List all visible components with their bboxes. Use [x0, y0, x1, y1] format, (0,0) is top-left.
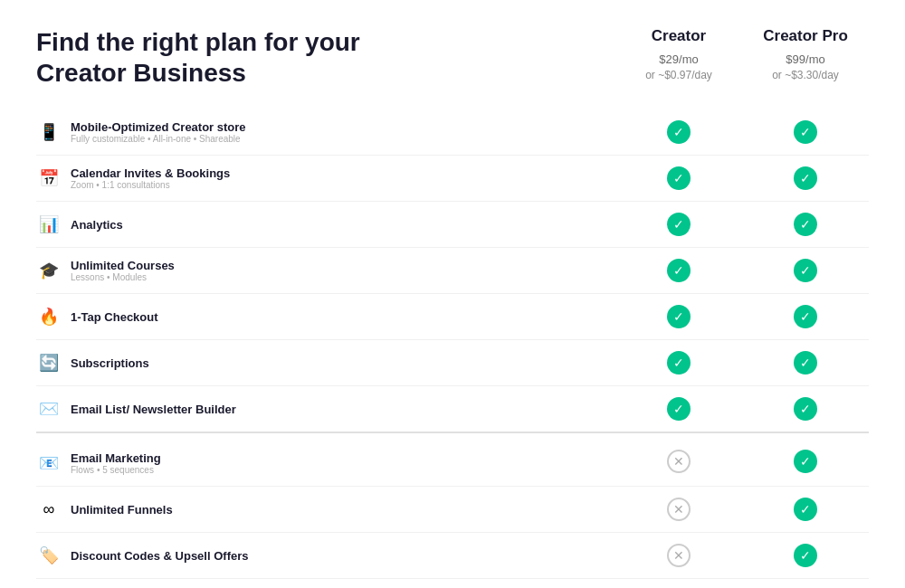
check-green-icon: ✓ — [794, 120, 817, 144]
feature-row-3: 🎓Unlimited CoursesLessons • Modules — [36, 248, 615, 294]
pro-check-5: ✓ — [742, 340, 869, 386]
check-green-icon: ✓ — [794, 544, 817, 567]
feature-name-6: Email List/ Newsletter Builder — [71, 403, 236, 416]
features-table: 📱Mobile-Optimized Creator storeFully cus… — [36, 109, 869, 588]
page-wrapper: Find the right plan for your Creator Bus… — [0, 0, 905, 588]
creator-check-7: ✕ — [615, 432, 742, 487]
creator-check-6: ✓ — [615, 386, 742, 433]
pro-plan-price: $99/mo — [742, 45, 869, 69]
creator-check-1: ✓ — [615, 156, 742, 202]
check-green-icon: ✓ — [667, 120, 691, 144]
feature-row-0: 📱Mobile-Optimized Creator storeFully cus… — [36, 109, 615, 156]
creator-plan-price: $29/mo — [615, 45, 742, 69]
check-green-icon: ✓ — [667, 351, 691, 375]
feature-sub-0: Fully customizable • All-in-one • Sharea… — [71, 134, 246, 144]
header-row: Find the right plan for your Creator Bus… — [36, 27, 869, 88]
feature-name-3: Unlimited Courses — [71, 259, 175, 272]
check-green-icon: ✓ — [794, 498, 817, 521]
feature-row-9: 🏷️Discount Codes & Upsell Offers — [36, 533, 615, 579]
creator-check-10: ✕ — [615, 579, 742, 588]
feature-name-2: Analytics — [71, 218, 123, 232]
feature-icon-5: 🔄 — [36, 350, 62, 375]
feature-name-1: Calendar Invites & Bookings — [71, 166, 230, 180]
check-green-icon: ✓ — [667, 397, 691, 421]
check-green-icon: ✓ — [794, 397, 817, 421]
check-green-icon: ✓ — [794, 351, 817, 375]
feature-icon-7: 📧 — [36, 450, 62, 476]
feature-row-10: 💳Offer Payment Plans — [36, 579, 615, 588]
creator-check-3: ✓ — [615, 248, 742, 294]
page-title: Find the right plan for your Creator Bus… — [36, 27, 425, 88]
feature-name-5: Subscriptions — [71, 356, 149, 370]
feature-name-9: Discount Codes & Upsell Offers — [71, 549, 248, 563]
pro-check-1: ✓ — [742, 156, 869, 202]
feature-sub-7: Flows • 5 sequences — [71, 465, 161, 475]
pro-check-8: ✓ — [742, 487, 869, 533]
pro-check-10: ✓ — [742, 579, 869, 588]
creator-check-5: ✓ — [615, 340, 742, 386]
feature-row-6: ✉️Email List/ Newsletter Builder — [36, 386, 615, 433]
feature-icon-6: ✉️ — [36, 396, 62, 422]
check-x-icon: ✕ — [667, 498, 691, 521]
feature-name-8: Unlimited Funnels — [71, 503, 173, 517]
pro-check-3: ✓ — [742, 248, 869, 294]
creator-check-2: ✓ — [615, 202, 742, 248]
creator-plan-day: or ~$0.97/day — [615, 69, 742, 81]
plans-header: Creator $29/mo or ~$0.97/day Creator Pro… — [615, 27, 869, 81]
feature-row-5: 🔄Subscriptions — [36, 340, 615, 386]
feature-icon-1: 📅 — [36, 166, 62, 191]
feature-name-0: Mobile-Optimized Creator store — [71, 120, 246, 134]
check-green-icon: ✓ — [794, 213, 817, 236]
check-green-icon: ✓ — [794, 450, 817, 473]
pro-check-2: ✓ — [742, 202, 869, 248]
check-green-icon: ✓ — [794, 259, 817, 282]
feature-sub-3: Lessons • Modules — [71, 272, 175, 282]
pro-plan-name: Creator Pro — [742, 27, 869, 45]
feature-row-1: 📅Calendar Invites & BookingsZoom • 1:1 c… — [36, 156, 615, 202]
check-green-icon: ✓ — [667, 166, 691, 190]
check-green-icon: ✓ — [667, 305, 691, 328]
feature-icon-0: 📱 — [36, 119, 62, 145]
pro-check-0: ✓ — [742, 109, 869, 156]
creator-check-9: ✕ — [615, 533, 742, 579]
feature-row-7: 📧Email MarketingFlows • 5 sequences — [36, 432, 615, 487]
feature-icon-9: 🏷️ — [36, 543, 62, 568]
pro-plan-day: or ~$3.30/day — [742, 69, 869, 81]
pro-plan-header: Creator Pro $99/mo or ~$3.30/day — [742, 27, 869, 81]
creator-plan-name: Creator — [615, 27, 742, 45]
feature-icon-4: 🔥 — [36, 304, 62, 329]
pro-check-9: ✓ — [742, 533, 869, 579]
pro-check-4: ✓ — [742, 294, 869, 340]
check-green-icon: ✓ — [794, 305, 817, 328]
feature-name-7: Email Marketing — [71, 451, 161, 465]
feature-icon-8: ∞ — [36, 497, 62, 522]
creator-plan-header: Creator $29/mo or ~$0.97/day — [615, 27, 742, 81]
pro-check-6: ✓ — [742, 386, 869, 433]
check-x-icon: ✕ — [667, 544, 691, 567]
feature-row-2: 📊Analytics — [36, 202, 615, 248]
check-green-icon: ✓ — [794, 166, 817, 190]
feature-sub-1: Zoom • 1:1 consultations — [71, 180, 230, 190]
creator-check-4: ✓ — [615, 294, 742, 340]
creator-check-0: ✓ — [615, 109, 742, 156]
feature-icon-2: 📊 — [36, 212, 62, 237]
pro-check-7: ✓ — [742, 432, 869, 487]
feature-icon-3: 🎓 — [36, 258, 62, 283]
feature-row-4: 🔥1-Tap Checkout — [36, 294, 615, 340]
check-x-icon: ✕ — [667, 450, 691, 473]
creator-check-8: ✕ — [615, 487, 742, 533]
feature-row-8: ∞Unlimited Funnels — [36, 487, 615, 533]
check-green-icon: ✓ — [667, 259, 691, 282]
check-green-icon: ✓ — [667, 213, 691, 236]
feature-name-4: 1-Tap Checkout — [71, 310, 158, 324]
